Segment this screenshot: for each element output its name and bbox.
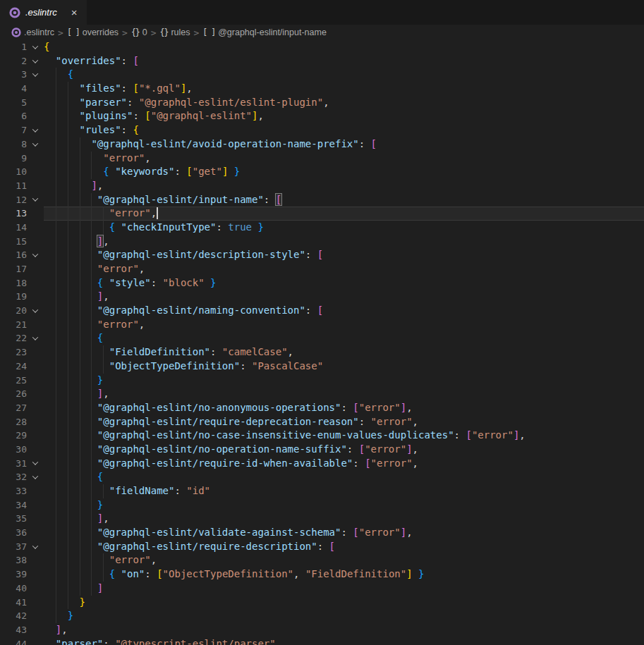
code-line[interactable]: 23"FieldDefinition": "camelCase", — [0, 345, 644, 360]
code-tokens: "@graphql-eslint/input-name": [ — [44, 193, 281, 207]
code-line[interactable]: 28"@graphql-eslint/require-deprecation-r… — [0, 415, 644, 429]
code-token: [ — [317, 249, 323, 260]
fold-chevron-icon[interactable] — [27, 304, 44, 318]
gutter-spacer — [27, 165, 44, 179]
code-line[interactable]: 34} — [0, 498, 644, 512]
code-line[interactable]: 43], — [0, 623, 644, 637]
code-line[interactable]: 38"error", — [0, 553, 644, 567]
code-line[interactable]: 25} — [0, 374, 644, 388]
code-line[interactable]: 35], — [0, 512, 644, 526]
breadcrumb-item-overrides[interactable]: [ ]overrides — [67, 27, 119, 37]
code-tokens: "@graphql-eslint/require-id-when-availab… — [44, 457, 418, 471]
code-token: { — [44, 41, 49, 52]
code-line[interactable]: 2"overrides": [ — [0, 54, 644, 68]
line-number: 16 — [0, 248, 27, 262]
code-line[interactable]: 29"@graphql-eslint/no-case-insensitive-e… — [0, 429, 644, 443]
code-token — [103, 277, 109, 288]
line-number: 8 — [0, 137, 27, 152]
code-token: , — [97, 180, 103, 191]
code-tokens: "fieldName": "id" — [44, 484, 210, 498]
code-token: [ — [359, 443, 365, 455]
code-token: "@graphql-eslint/require-deprecation-rea… — [97, 416, 359, 427]
code-token: "fieldName" — [109, 485, 175, 496]
fold-chevron-icon[interactable] — [27, 457, 44, 471]
code-line[interactable]: 7"rules": { — [0, 123, 644, 137]
code-token: } — [257, 221, 263, 233]
line-number: 11 — [0, 179, 27, 193]
code-line[interactable]: 13"error", — [0, 207, 644, 221]
fold-chevron-icon[interactable] — [27, 193, 44, 207]
fold-chevron-icon[interactable] — [27, 54, 44, 68]
code-line[interactable]: 31"@graphql-eslint/require-id-when-avail… — [0, 457, 644, 471]
code-line[interactable]: 20"@graphql-eslint/naming-convention": [ — [0, 304, 644, 318]
code-token: "block" — [163, 277, 205, 288]
code-line[interactable]: 42} — [0, 609, 644, 623]
fold-chevron-icon[interactable] — [27, 123, 44, 137]
fold-chevron-icon[interactable] — [27, 248, 44, 262]
line-gutter: 9 — [0, 152, 44, 166]
code-line[interactable]: 14{ "checkInputType": true } — [0, 221, 644, 235]
breadcrumb-item--graphql-eslint-input-name[interactable]: [ ]@graphql-eslint/input-name — [202, 27, 327, 37]
fold-chevron-icon[interactable] — [27, 540, 44, 554]
code-line[interactable]: 37"@graphql-eslint/require-description":… — [0, 540, 644, 554]
code-line[interactable]: 26], — [0, 387, 644, 401]
code-area[interactable]: 1{2"overrides": [3{4"files": ["*.gql"],5… — [0, 40, 644, 645]
chevron-right-icon: > — [58, 27, 63, 38]
code-line[interactable]: 18{ "style": "block" } — [0, 276, 644, 290]
fold-chevron-icon[interactable] — [27, 331, 44, 345]
fold-chevron-icon[interactable] — [27, 470, 44, 484]
line-gutter: 39 — [0, 567, 44, 582]
code-line[interactable]: 30"@graphql-eslint/no-operation-name-suf… — [0, 443, 644, 457]
breadcrumb-item-rules[interactable]: {}rules — [160, 27, 190, 37]
code-line[interactable]: 5"parser": "@graphql-eslint/eslint-plugi… — [0, 96, 644, 110]
code-line[interactable]: 8"@graphql-eslint/avoid-operation-name-p… — [0, 137, 644, 152]
code-line[interactable]: 10{ "keywords": ["get"] } — [0, 165, 644, 179]
code-line[interactable]: 44"parser": "@typescript-eslint/parser" — [0, 637, 644, 645]
tab-eslintrc[interactable]: .eslintrc × — [0, 0, 87, 25]
code-line[interactable]: 11], — [0, 179, 644, 193]
code-token — [115, 568, 121, 579]
fold-chevron-icon[interactable] — [27, 137, 44, 152]
code-token: } — [68, 610, 73, 621]
code-line-content: "plugins": ["@graphql-eslint"], — [44, 109, 644, 123]
code-line[interactable]: 39{ "on": ["ObjectTypeDefinition", "Fiel… — [0, 567, 644, 582]
code-token: ] — [401, 527, 406, 538]
line-number: 33 — [0, 484, 27, 498]
line-number: 38 — [0, 553, 27, 567]
code-line[interactable]: 41} — [0, 596, 644, 610]
code-line[interactable]: 1{ — [0, 40, 644, 54]
code-line[interactable]: 16"@graphql-eslint/description-style": [ — [0, 248, 644, 262]
code-line[interactable]: 17"error", — [0, 262, 644, 276]
code-tokens: "error", — [44, 262, 145, 276]
breadcrumb-item-0[interactable]: {}0 — [131, 27, 147, 37]
code-line[interactable]: 40] — [0, 582, 644, 596]
code-line[interactable]: 12"@graphql-eslint/input-name": [ — [0, 193, 644, 207]
code-line-content: "@graphql-eslint/description-style": [ — [44, 248, 644, 262]
code-line[interactable]: 32{ — [0, 470, 644, 484]
code-line[interactable]: 19], — [0, 290, 644, 304]
line-gutter: 14 — [0, 221, 44, 235]
code-line[interactable]: 3{ — [0, 68, 644, 82]
code-line[interactable]: 22{ — [0, 331, 644, 345]
code-line[interactable]: 24"ObjectTypeDefinition": "PascalCase" — [0, 360, 644, 374]
code-line[interactable]: 27"@graphql-eslint/no-anonymous-operatio… — [0, 401, 644, 415]
code-token: "keywords" — [115, 166, 174, 177]
gutter-spacer — [27, 401, 44, 415]
fold-chevron-icon[interactable] — [27, 68, 44, 82]
code-line[interactable]: 4"files": ["*.gql"], — [0, 82, 644, 96]
code-line-content: "@graphql-eslint/require-id-when-availab… — [44, 457, 644, 471]
code-line[interactable]: 15], — [0, 235, 644, 249]
code-line[interactable]: 6"plugins": ["@graphql-eslint"], — [0, 109, 644, 123]
line-number: 35 — [0, 512, 27, 526]
code-token: "parser" — [56, 638, 103, 645]
line-gutter: 41 — [0, 596, 44, 610]
code-line[interactable]: 9"error", — [0, 152, 644, 166]
code-line[interactable]: 36"@graphql-eslint/validate-against-sche… — [0, 526, 644, 540]
fold-chevron-icon[interactable] — [27, 40, 44, 54]
gutter-spacer — [27, 235, 44, 249]
line-number: 1 — [0, 40, 27, 54]
code-line[interactable]: 21"error", — [0, 318, 644, 332]
close-icon[interactable]: × — [69, 6, 80, 18]
breadcrumb-item--eslintrc[interactable]: .eslintrc — [11, 27, 54, 37]
code-line[interactable]: 33"fieldName": "id" — [0, 484, 644, 498]
